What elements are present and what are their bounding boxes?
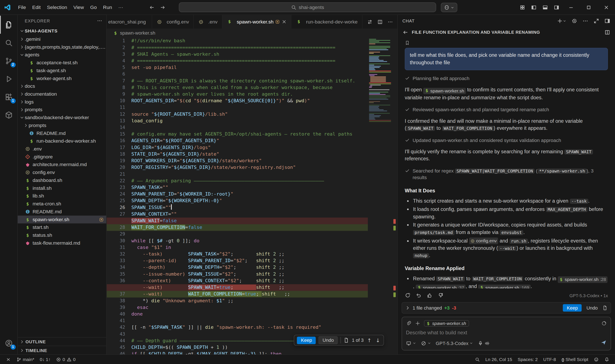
code-line[interactable]: 38 *) die "Unknown argument: $1" ;;: [107, 298, 368, 304]
toggle-panel-button[interactable]: [539, 0, 551, 14]
zoom-indicator[interactable]: [472, 355, 482, 364]
branch-indicator[interactable]: main*: [13, 355, 37, 364]
code-line[interactable]: 41: [107, 317, 368, 324]
code-line[interactable]: 7# —— ROOT_AGENTS_DIR is always the dire…: [107, 78, 368, 84]
code-editor[interactable]: 1#!/usr/bin/env bash2# =================…: [107, 37, 368, 354]
maximize-button[interactable]: [580, 0, 598, 14]
folder-row--agents-prompts-logs-state-deploy-g-[interactable]: {agents,prompts,logs,state,deploy,.g...: [18, 43, 106, 51]
code-line[interactable]: 18STATE_DIR="${AGENTS_DIR}/state": [107, 151, 368, 157]
tab-spawn-worker-sh[interactable]: $spawn-worker.sh: [222, 15, 292, 29]
user-message[interactable]: tell me what this file does, and pick on…: [405, 48, 608, 70]
split-editor-icon[interactable]: [377, 19, 383, 25]
expand-chat-icon[interactable]: [593, 18, 599, 24]
file-row--gitignore[interactable]: .gitignore: [18, 153, 106, 161]
undo-all-button[interactable]: Undo: [584, 304, 600, 312]
file-row-readme-md[interactable]: README.md: [18, 208, 106, 216]
forward-icon[interactable]: [160, 4, 166, 10]
menu-run[interactable]: Run: [100, 3, 115, 11]
chat-input-box[interactable]: $ spawn-worker.sh Describe what to build…: [401, 317, 611, 350]
code-line[interactable]: 14: [107, 124, 368, 131]
code-line[interactable]: 8# This is correct even when called from…: [107, 84, 368, 91]
file-chip[interactable]: config.env: [469, 238, 498, 244]
folder-row-agents[interactable]: agents: [18, 51, 106, 59]
code-line[interactable]: 26SPAWN_ISSUE="": [107, 204, 368, 211]
code-line[interactable]: 2# =====================================…: [107, 44, 368, 51]
file-row-lib-sh[interactable]: $lib.sh: [18, 192, 106, 200]
thumbs-up-icon[interactable]: [427, 292, 433, 299]
progress-step[interactable]: Planning file edit approach: [405, 75, 608, 82]
code-line[interactable]: 29: [107, 231, 368, 237]
tab-run-backend-dev-worke[interactable]: $run-backend-dev-worke: [292, 15, 362, 29]
diff-del-line[interactable]: SPAWN_WAIT=false: [107, 218, 368, 224]
folder-row-prompts[interactable]: prompts: [18, 121, 106, 129]
file-chip[interactable]: $spawn-worker.sh:169: [478, 284, 531, 288]
activitybar-search-view[interactable]: [0, 34, 17, 52]
file-row--env[interactable]: .env: [18, 145, 106, 153]
code-line[interactable]: 46if [[ $CHILD_DEPTH -gt ${MAX_AGENT_DEP…: [107, 351, 368, 354]
sync-indicator[interactable]: 0↓ 1↑: [37, 355, 53, 364]
command-center-search[interactable]: shai-agents: [179, 2, 436, 12]
next-change-button[interactable]: ↓: [375, 337, 381, 343]
code-line[interactable]: 24SPAWN_PARENT_ID="${WORKER_ID:-root}": [107, 191, 368, 197]
tools-picker[interactable]: [421, 340, 431, 346]
menu-edit[interactable]: Edit: [29, 3, 44, 11]
code-line[interactable]: 5set -uo pipefail: [107, 64, 368, 71]
diff-del-line[interactable]: --wait) SPAWN_WAIT=true; shift ;;: [107, 284, 368, 291]
folder-row--gemini[interactable]: .gemini: [18, 35, 106, 43]
chat-input-placeholder[interactable]: Describe what to build next: [406, 329, 607, 337]
surface-picker[interactable]: [406, 340, 416, 346]
attach-context-icon[interactable]: [406, 321, 411, 326]
encoding-indicator[interactable]: UTF-8: [540, 355, 559, 364]
file-row-architecture-mermaid-md[interactable]: architecture.mermaid.md: [18, 161, 106, 169]
code-line[interactable]: 36 --context) SPAWN_CONTEXT="$2"; shift …: [107, 277, 368, 284]
file-row-status-sh[interactable]: $status.sh: [18, 231, 106, 239]
notifications-button[interactable]: [602, 355, 612, 364]
problems-indicator[interactable]: 0 0: [53, 355, 78, 364]
file-row-worker-agent-sh[interactable]: $worker-agent.sh: [18, 75, 106, 82]
minimap[interactable]: [368, 37, 392, 354]
code-line[interactable]: 22# —— Argument parsing ————————————————…: [107, 178, 368, 184]
file-row-acceptance-test-sh[interactable]: $acceptance-test.sh: [18, 59, 106, 67]
code-line[interactable]: 23SPAWN_TASK="": [107, 184, 368, 191]
code-line[interactable]: 11: [107, 104, 368, 111]
menu-go[interactable]: Go: [87, 3, 100, 11]
code-line[interactable]: 35 --issue-number) SPAWN_ISSUE="$2"; shi…: [107, 271, 368, 277]
customize-layout-button[interactable]: [517, 0, 528, 14]
file-row-task-flow-mermaid-md[interactable]: task-flow.mermaid.md: [18, 239, 106, 247]
file-row-run-backend-dev-worker-sh[interactable]: $run-backend-dev-worker.sh: [18, 137, 106, 145]
input-context-chip[interactable]: $ spawn-worker.sh: [424, 320, 469, 326]
folder-row-docs[interactable]: docs: [18, 82, 106, 90]
file-row-spawn-worker-sh[interactable]: $spawn-worker.sh: [18, 216, 106, 223]
feedback-button[interactable]: [591, 355, 602, 364]
tab-config-env[interactable]: config.env: [152, 15, 194, 29]
code-line[interactable]: 9# spawn-worker.sh only ever lives in th…: [107, 91, 368, 98]
voice-button[interactable]: [478, 340, 490, 346]
file-row-dashboard-sh[interactable]: $dashboard.sh: [18, 176, 106, 184]
activitybar-run-debug[interactable]: [0, 70, 17, 88]
file-row-start-sh[interactable]: $start.sh: [18, 223, 106, 231]
open-changes-icon[interactable]: [367, 19, 373, 25]
back-icon[interactable]: [149, 4, 155, 10]
cursor-position[interactable]: Ln 26, Col 15: [482, 355, 515, 364]
folder-row-prompts[interactable]: prompts: [18, 106, 106, 114]
progress-step[interactable]: Updated spawn-worker.sh and considered s…: [405, 137, 608, 144]
toggle-sidebar-button[interactable]: [528, 0, 539, 14]
file-row-task-agent-sh[interactable]: $task-agent.sh: [18, 67, 106, 75]
menu-more[interactable]: ···: [115, 3, 126, 11]
progress-step[interactable]: Searched for regex SPAWN_WAIT|WAIT_FOR_C…: [405, 168, 608, 182]
code-line[interactable]: 39 esac: [107, 304, 368, 311]
tab-etacron-shai-png[interactable]: etacron_shai.png: [107, 15, 152, 29]
code-line[interactable]: 42[[ -n "$SPAWN_TASK" ]] || die "spawn-w…: [107, 324, 368, 331]
keep-all-button[interactable]: Keep: [563, 304, 582, 312]
chat-toggle-button[interactable]: [441, 3, 457, 12]
view-edits-icon[interactable]: [602, 305, 608, 311]
file-row-meta-cron-sh[interactable]: $meta-cron.sh: [18, 200, 106, 208]
code-line[interactable]: 20ROOT_REGISTRY="${AGENTS_DIR}/state/wor…: [107, 164, 368, 171]
more-actions-icon[interactable]: [387, 19, 393, 25]
code-line[interactable]: 6: [107, 71, 368, 78]
code-line[interactable]: 32 --task) SPAWN_TASK="$2"; shift 2 ;;: [107, 251, 368, 258]
model-picker[interactable]: GPT-5.3-Codex: [436, 340, 473, 346]
breadcrumb[interactable]: $ spawn-worker.sh: [107, 29, 397, 37]
add-context-icon[interactable]: [415, 321, 420, 326]
undo-button[interactable]: Undo: [319, 336, 338, 344]
